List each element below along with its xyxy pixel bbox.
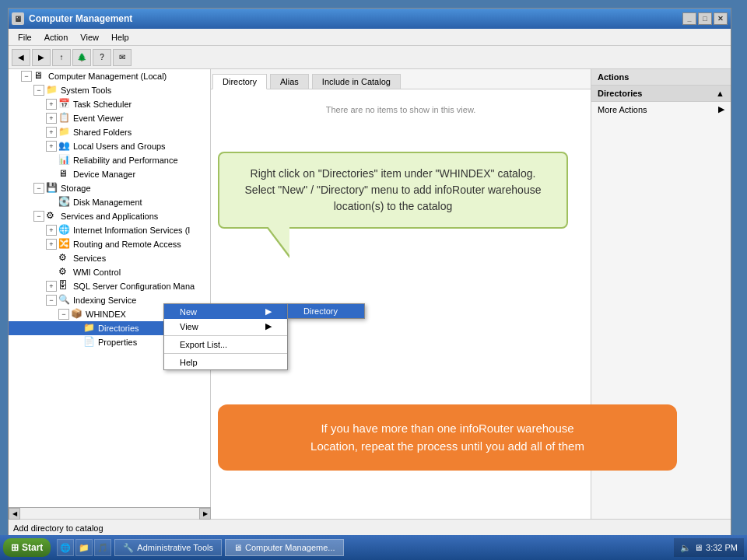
extra-button[interactable]: ✉ bbox=[113, 49, 132, 66]
admin-tools-icon: 🔧 bbox=[123, 543, 134, 553]
context-menu-container: New ▶ View ▶ Export List... Help Directo… bbox=[163, 303, 288, 370]
quick-media[interactable]: 🎵 bbox=[94, 539, 111, 556]
system-tray: 🔈 🖥 3:32 PM bbox=[674, 538, 744, 557]
tree-item-services-apps[interactable]: − ⚙ Services and Applications bbox=[9, 209, 210, 223]
iis-toggle[interactable]: + bbox=[46, 225, 57, 236]
local-users-icon: 👥 bbox=[58, 140, 71, 152]
taskbar-quick-launch: 🌐 📁 🎵 bbox=[57, 539, 111, 556]
tree-root[interactable]: − 🖥 Computer Management (Local) bbox=[9, 69, 210, 83]
quick-folder[interactable]: 📁 bbox=[75, 539, 93, 556]
tree-item-device-manager[interactable]: 🖥 Device Manager bbox=[9, 167, 210, 181]
local-users-toggle[interactable]: + bbox=[46, 141, 57, 152]
actions-section-label: Directories bbox=[598, 89, 642, 98]
admin-tools-label: Administrative Tools bbox=[137, 543, 213, 552]
menu-action[interactable]: Action bbox=[38, 31, 75, 44]
directories-icon: 📁 bbox=[83, 322, 96, 334]
storage-toggle[interactable]: − bbox=[33, 183, 44, 194]
tree-item-reliability[interactable]: 📊 Reliability and Performance bbox=[9, 153, 210, 167]
computer-mgmt-label: Computer Manageme... bbox=[245, 543, 335, 552]
tray-time: 3:32 PM bbox=[706, 543, 738, 552]
more-actions-arrow: ▶ bbox=[718, 104, 724, 114]
local-users-label: Local Users and Groups bbox=[73, 142, 166, 151]
callout-green-text: Right click on "Directories" item under … bbox=[245, 167, 542, 212]
scroll-right[interactable]: ▶ bbox=[199, 508, 211, 519]
tree-item-task-scheduler[interactable]: + 📅 Task Scheduler bbox=[9, 97, 210, 111]
context-separator bbox=[164, 335, 287, 336]
tree-item-storage[interactable]: − 💾 Storage bbox=[9, 181, 210, 195]
up-button[interactable]: ↑ bbox=[52, 49, 71, 66]
root-toggle[interactable]: − bbox=[21, 71, 32, 82]
menu-view[interactable]: View bbox=[74, 31, 105, 44]
scroll-track bbox=[20, 508, 199, 519]
submenu-directory[interactable]: Directory bbox=[288, 304, 364, 318]
maximize-button[interactable]: □ bbox=[698, 12, 712, 25]
empty-message: There are no items to show in this view. bbox=[326, 105, 476, 114]
sql-label: SQL Server Configuration Mana bbox=[73, 282, 195, 291]
services-icon: ⚙ bbox=[58, 252, 71, 264]
context-menu-help[interactable]: Help bbox=[164, 355, 287, 369]
indexing-icon: 🔍 bbox=[58, 294, 71, 306]
scroll-left[interactable]: ◀ bbox=[9, 508, 20, 519]
task-scheduler-label: Task Scheduler bbox=[73, 100, 132, 109]
task-scheduler-toggle[interactable]: + bbox=[46, 99, 57, 110]
tree-scrollbar[interactable]: ◀ ▶ bbox=[9, 507, 211, 519]
taskbar-computer-management[interactable]: 🖥 Computer Manageme... bbox=[225, 539, 344, 556]
services-label: Services bbox=[73, 254, 106, 263]
close-button[interactable]: ✕ bbox=[714, 12, 728, 25]
status-bar: Add directory to catalog bbox=[9, 519, 731, 536]
taskbar-admin-tools[interactable]: 🔧 Administrative Tools bbox=[114, 539, 222, 556]
back-button[interactable]: ◀ bbox=[12, 49, 30, 66]
tab-include-catalog[interactable]: Include in Catalog bbox=[312, 74, 401, 89]
context-menu-view[interactable]: View ▶ bbox=[164, 319, 287, 334]
tree-item-disk-management[interactable]: 💽 Disk Management bbox=[9, 195, 210, 209]
wmi-label: WMI Control bbox=[73, 268, 121, 277]
root-label: Computer Management (Local) bbox=[48, 72, 167, 81]
menu-file[interactable]: File bbox=[12, 31, 38, 44]
shared-folders-toggle[interactable]: + bbox=[46, 127, 57, 138]
tree-item-sql[interactable]: + 🗄 SQL Server Configuration Mana bbox=[9, 279, 210, 293]
more-actions-label: More Actions bbox=[598, 105, 647, 114]
services-apps-toggle[interactable]: − bbox=[33, 211, 44, 222]
services-apps-icon: ⚙ bbox=[46, 210, 58, 222]
reliability-label: Reliability and Performance bbox=[73, 156, 178, 165]
system-tools-icon: 📁 bbox=[46, 84, 58, 96]
indexing-toggle[interactable]: − bbox=[46, 295, 57, 306]
show-hide-tree-button[interactable]: 🌲 bbox=[72, 49, 91, 66]
tree-item-wmi[interactable]: ⚙ WMI Control bbox=[9, 265, 210, 279]
actions-section-arrow: ▲ bbox=[716, 89, 724, 98]
system-tools-toggle[interactable]: − bbox=[33, 85, 44, 96]
menu-help[interactable]: Help bbox=[105, 31, 135, 44]
tree-item-event-viewer[interactable]: + 📋 Event Viewer bbox=[9, 111, 210, 125]
indexing-label: Indexing Service bbox=[73, 296, 136, 305]
sql-toggle[interactable]: + bbox=[46, 281, 57, 292]
window-icon: 🖥 bbox=[12, 12, 24, 25]
properties-label: Properties bbox=[98, 338, 137, 347]
quick-ie[interactable]: 🌐 bbox=[57, 539, 74, 556]
context-menu-new[interactable]: New ▶ bbox=[164, 304, 287, 319]
minimize-button[interactable]: _ bbox=[682, 12, 696, 25]
context-menu-export[interactable]: Export List... bbox=[164, 338, 287, 352]
event-viewer-toggle[interactable]: + bbox=[46, 113, 57, 124]
tree-item-local-users[interactable]: + 👥 Local Users and Groups bbox=[9, 139, 210, 153]
tree-item-shared-folders[interactable]: + 📁 Shared Folders bbox=[9, 125, 210, 139]
callout-green-inner: Right click on "Directories" item under … bbox=[235, 166, 551, 215]
tray-volume-icon: 🖥 bbox=[694, 543, 703, 552]
tree-item-system-tools[interactable]: − 📁 System Tools bbox=[9, 83, 210, 97]
routing-toggle[interactable]: + bbox=[46, 239, 57, 250]
tree-item-iis[interactable]: + 🌐 Internet Information Services (I bbox=[9, 223, 210, 237]
tree-item-routing[interactable]: + 🔀 Routing and Remote Access bbox=[9, 237, 210, 251]
tab-directory[interactable]: Directory bbox=[212, 74, 267, 89]
iis-label: Internet Information Services (I bbox=[73, 226, 190, 235]
actions-section-header: Directories ▲ bbox=[591, 86, 731, 102]
actions-more[interactable]: More Actions ▶ bbox=[591, 102, 731, 117]
start-button[interactable]: ⊞ Start bbox=[3, 538, 51, 557]
directories-label: Directories bbox=[98, 324, 139, 333]
tab-alias[interactable]: Alias bbox=[270, 74, 309, 89]
whindex-toggle[interactable]: − bbox=[58, 309, 69, 320]
start-label: Start bbox=[22, 542, 43, 553]
context-new-label: New bbox=[180, 307, 197, 317]
tree-item-services[interactable]: ⚙ Services bbox=[9, 251, 210, 265]
tabs-bar: Directory Alias Include in Catalog bbox=[211, 69, 591, 89]
help-button[interactable]: ? bbox=[93, 49, 111, 66]
forward-button[interactable]: ▶ bbox=[32, 49, 51, 66]
